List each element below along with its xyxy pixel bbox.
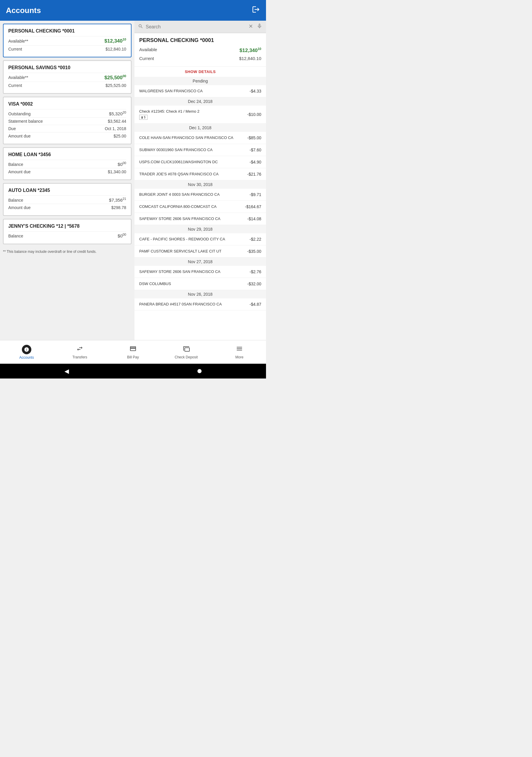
- field-label: Balance: [8, 162, 23, 167]
- account-field-row: Amount due$1,340.00: [8, 168, 126, 175]
- nav-label-check-deposit: Check Deposit: [175, 355, 198, 359]
- detail-account-name: PERSONAL CHECKING *0001: [139, 37, 261, 44]
- account-field-row: Balance$7,35621: [8, 196, 126, 204]
- nav-item-check-deposit[interactable]: Check Deposit: [160, 340, 213, 364]
- transaction-name: DSW COLUMBUS: [139, 282, 171, 286]
- nav-item-transfers[interactable]: Transfers: [53, 340, 106, 364]
- section-header: Nov 27, 2018: [134, 257, 266, 266]
- field-value: $25.00: [113, 134, 126, 138]
- home-button[interactable]: [197, 369, 202, 373]
- transaction-name: COLE HAAN-SAN FRANCISCO SAN FRANCISCO CA: [139, 136, 233, 140]
- account-field-row: Balance$000: [8, 160, 126, 168]
- transaction-amount: -$4.33: [250, 89, 261, 93]
- account-field-row: Amount due$298.78: [8, 204, 126, 211]
- transaction-row[interactable]: PANERA BREAD #4517 0SAN FRANCISCO CA-$4.…: [134, 298, 266, 311]
- transaction-row[interactable]: COLE HAAN-SAN FRANCISCO SAN FRANCISCO CA…: [134, 132, 266, 144]
- transaction-name: Check #12345: Check #1 / Memo 2▮ $: [139, 109, 199, 120]
- transaction-row[interactable]: SUBWAY 00301960 SAN FRANCISCO CA-$7.60: [134, 144, 266, 156]
- account-field-row: Outstanding$5,32020: [8, 109, 126, 117]
- transaction-name: CAFE - PACIFIC SHORES - REDWOOD CITY CA: [139, 237, 225, 241]
- transaction-row[interactable]: Check #12345: Check #1 / Memo 2▮ $-$10.0…: [134, 106, 266, 124]
- transaction-row[interactable]: TRADER JOE'S #078 QSAN FRANCISCO CA-$21.…: [134, 168, 266, 180]
- transaction-row[interactable]: COMCAST CALIFORNIA 800-COMCAST CA-$164.6…: [134, 201, 266, 213]
- field-value: $7,35621: [109, 197, 126, 202]
- field-label: Outstanding: [8, 111, 31, 116]
- system-nav-bar: ◀: [0, 364, 266, 378]
- bottom-nav: AccountsTransfersBill PayCheck DepositMo…: [0, 340, 266, 364]
- account-card-title: VISA *0002: [8, 102, 126, 107]
- account-card-personal-checking[interactable]: PERSONAL CHECKING *0001Available**$12,34…: [3, 24, 132, 57]
- transaction-amount: -$164.67: [245, 204, 261, 209]
- search-bar: ✕: [134, 21, 266, 33]
- account-field-row: Current$12,840.10: [8, 45, 126, 53]
- section-header: Dec 24, 2018: [134, 97, 266, 106]
- current-amount: $12,840.10: [239, 56, 261, 61]
- detail-current-row: Current $12,840.10: [139, 55, 261, 62]
- field-label: Due: [8, 126, 16, 131]
- transaction-name: TRADER JOE'S #078 QSAN FRANCISCO CA: [139, 172, 219, 176]
- field-label: Statement balance: [8, 119, 43, 124]
- microphone-icon[interactable]: [256, 23, 262, 30]
- field-value: $25,50000: [104, 74, 126, 81]
- nav-item-bill-pay[interactable]: Bill Pay: [106, 340, 160, 364]
- nav-label-transfers: Transfers: [73, 355, 87, 359]
- logout-icon[interactable]: [252, 5, 260, 15]
- transaction-row[interactable]: CAFE - PACIFIC SHORES - REDWOOD CITY CA-…: [134, 233, 266, 245]
- nav-label-more: More: [235, 355, 243, 359]
- transaction-amount: -$9.71: [250, 192, 261, 197]
- transaction-amount: -$21.76: [248, 172, 261, 176]
- account-card-title: PERSONAL CHECKING *0001: [8, 28, 126, 34]
- available-amount: $12,34010: [239, 47, 261, 53]
- account-detail-header: PERSONAL CHECKING *0001 Available $12,34…: [134, 33, 266, 67]
- transaction-amount: -$10.00: [248, 112, 261, 117]
- field-value: $12,840.10: [105, 47, 126, 51]
- transaction-amount: -$35.00: [248, 249, 261, 254]
- transaction-row[interactable]: SAFEWAY STORE 2606 SAN FRANCISCO CA-$14.…: [134, 213, 266, 225]
- account-field-row: Current$25,525.00: [8, 82, 126, 89]
- account-card-title: AUTO LOAN *2345: [8, 188, 126, 193]
- transactions-container: PendingWALGREENS SAN FRANCISCO CA-$4.33D…: [134, 77, 266, 311]
- account-card-visa[interactable]: VISA *0002Outstanding$5,32020Statement b…: [3, 97, 132, 144]
- transaction-name: WALGREENS SAN FRANCISCO CA: [139, 89, 203, 93]
- account-field-row: Available**$12,34010: [8, 36, 126, 45]
- nav-label-accounts: Accounts: [19, 355, 34, 360]
- field-label: Amount due: [8, 205, 31, 210]
- account-field-row: Statement balance$3,562.44: [8, 117, 126, 125]
- field-value: $3,562.44: [108, 119, 126, 124]
- account-card-title: HOME LOAN *3456: [8, 152, 126, 157]
- back-button[interactable]: ◀: [64, 368, 69, 375]
- account-card-title: JENNY'S CHECKING *12 | *5678: [8, 224, 126, 229]
- account-detail-panel: ✕ PERSONAL CHECKING *0001 Available $12,…: [134, 21, 266, 340]
- account-card-jenny-checking[interactable]: JENNY'S CHECKING *12 | *5678Balance$000: [3, 219, 132, 244]
- section-header: Nov 26, 2018: [134, 290, 266, 298]
- field-label: Amount due: [8, 134, 31, 138]
- field-label: Current: [8, 47, 22, 51]
- transaction-row[interactable]: DSW COLUMBUS-$32.00: [134, 278, 266, 290]
- transaction-row[interactable]: PAMF CUSTOMER SERVICSALT LAKE CIT UT-$35…: [134, 245, 266, 257]
- transaction-row[interactable]: WALGREENS SAN FRANCISCO CA-$4.33: [134, 85, 266, 97]
- transaction-row[interactable]: SAFEWAY STORE 2606 SAN FRANCISCO CA-$2.7…: [134, 266, 266, 278]
- nav-item-accounts[interactable]: Accounts: [0, 340, 53, 364]
- field-value: $000: [118, 233, 126, 238]
- check-image-icon: ▮ $: [139, 115, 147, 120]
- account-field-row: Balance$000: [8, 231, 126, 239]
- clear-search-icon[interactable]: ✕: [249, 23, 253, 30]
- account-card-personal-savings[interactable]: PERSONAL SAVINGS *0010Available**$25,500…: [3, 60, 132, 94]
- show-details-button[interactable]: SHOW DETAILS: [134, 67, 266, 77]
- account-card-home-loan[interactable]: HOME LOAN *3456Balance$000Amount due$1,3…: [3, 147, 132, 180]
- field-value: Oct 1, 2018: [105, 126, 126, 131]
- account-field-row: Available**$25,50000: [8, 73, 126, 82]
- main-content: PERSONAL CHECKING *0001Available**$12,34…: [0, 21, 266, 340]
- transaction-amount: -$7.60: [250, 148, 261, 152]
- transaction-name: SAFEWAY STORE 2606 SAN FRANCISCO CA: [139, 217, 221, 221]
- transaction-name: SUBWAY 00301960 SAN FRANCISCO CA: [139, 148, 213, 152]
- transaction-row[interactable]: BURGER JOINT 4 0003 SAN FRANCISCO CA-$9.…: [134, 189, 266, 201]
- section-header: Nov 30, 2018: [134, 180, 266, 189]
- account-card-auto-loan[interactable]: AUTO LOAN *2345Balance$7,35621Amount due…: [3, 183, 132, 216]
- search-input[interactable]: [146, 24, 249, 30]
- nav-item-more[interactable]: More: [213, 340, 266, 364]
- field-label: Amount due: [8, 169, 31, 174]
- account-card-title: PERSONAL SAVINGS *0010: [8, 65, 126, 70]
- transaction-row[interactable]: USPS.COM CLICK100611WASHINGTON DC-$4.90: [134, 156, 266, 168]
- app-header: Accounts: [0, 0, 266, 21]
